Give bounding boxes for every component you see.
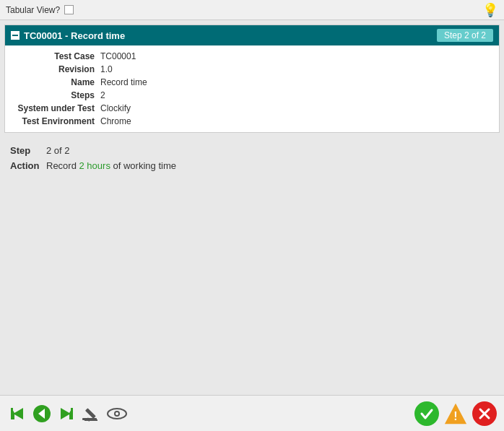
panel-title: TC00001 - Record time xyxy=(24,30,125,41)
panel-header: TC00001 - Record time Step 2 of 2 xyxy=(5,25,499,45)
top-bar: Tabular View? 💡 xyxy=(0,0,504,20)
svg-text:!: ! xyxy=(453,409,457,422)
field-label-steps: Steps xyxy=(14,90,100,100)
skip-last-icon xyxy=(56,404,77,424)
tabular-view-checkbox[interactable] xyxy=(64,5,74,14)
field-label-sut: System under Test xyxy=(14,103,100,113)
info-panel: TC00001 - Record time Step 2 of 2 Test C… xyxy=(4,25,500,133)
view-button[interactable] xyxy=(105,404,129,424)
svg-point-12 xyxy=(116,412,118,415)
prev-button[interactable] xyxy=(32,404,52,424)
field-label-env: Test Environment xyxy=(14,116,100,126)
spacer xyxy=(0,179,504,395)
warn-button[interactable]: ! xyxy=(443,401,468,426)
ok-button[interactable] xyxy=(414,401,439,426)
svg-rect-7 xyxy=(85,408,96,419)
step-value: 2 of 2 xyxy=(46,145,70,156)
cancel-button[interactable] xyxy=(472,401,497,426)
field-row-name: Name Record time xyxy=(14,76,490,89)
cancel-icon xyxy=(477,406,492,422)
step-badge: Step 2 of 2 xyxy=(437,29,493,42)
field-value-steps: 2 xyxy=(100,90,105,100)
svg-marker-4 xyxy=(61,408,72,419)
skip-last-button[interactable] xyxy=(56,404,77,424)
bulb-icon: 💡 xyxy=(482,2,498,18)
panel-header-title: TC00001 - Record time xyxy=(11,30,125,41)
prev-icon xyxy=(32,404,52,424)
action-row: Action Record 2 hours of working time xyxy=(10,158,494,173)
field-row-sut: System under Test Clockify xyxy=(14,102,490,115)
view-icon xyxy=(105,404,129,424)
action-highlight: 2 hours xyxy=(79,160,110,171)
toolbar-right: ! xyxy=(414,401,497,426)
bottom-toolbar: ! xyxy=(0,395,504,431)
skip-first-button[interactable] xyxy=(7,404,27,424)
field-value-revision: 1.0 xyxy=(100,64,113,74)
edit-icon xyxy=(81,404,101,424)
svg-rect-5 xyxy=(71,408,73,419)
field-row-revision: Revision 1.0 xyxy=(14,63,490,76)
field-label-name: Name xyxy=(14,77,100,87)
tabular-view-label: Tabular View? xyxy=(6,5,60,15)
main-content: TC00001 - Record time Step 2 of 2 Test C… xyxy=(0,20,504,395)
field-row-testcase: Test Case TC00001 xyxy=(14,50,490,63)
field-label-testcase: Test Case xyxy=(14,51,100,61)
svg-marker-0 xyxy=(12,408,23,419)
top-bar-left: Tabular View? xyxy=(6,5,74,15)
action-suffix: of working time xyxy=(110,160,176,171)
field-value-testcase: TC00001 xyxy=(100,51,136,61)
field-value-name: Record time xyxy=(100,77,147,87)
skip-first-icon xyxy=(7,404,27,424)
field-row-steps: Steps 2 xyxy=(14,89,490,102)
edit-button[interactable] xyxy=(81,404,101,424)
panel-fields: Test Case TC00001 Revision 1.0 Name Reco… xyxy=(5,45,499,132)
step-label: Step xyxy=(10,145,46,156)
field-row-env: Test Environment Chrome xyxy=(14,115,490,128)
field-value-sut: Clockify xyxy=(100,103,131,113)
action-label: Action xyxy=(10,160,46,171)
step-row: Step 2 of 2 xyxy=(10,143,494,158)
step-action-section: Step 2 of 2 Action Record 2 hours of wor… xyxy=(0,137,504,179)
svg-rect-1 xyxy=(11,408,13,419)
field-value-env: Chrome xyxy=(100,116,131,126)
field-label-revision: Revision xyxy=(14,64,100,74)
action-value: Record 2 hours of working time xyxy=(46,160,176,171)
action-prefix: Record xyxy=(46,160,79,171)
toolbar-left xyxy=(7,404,129,424)
collapse-icon[interactable] xyxy=(11,31,19,40)
warn-icon: ! xyxy=(443,401,468,426)
ok-icon xyxy=(419,406,435,422)
